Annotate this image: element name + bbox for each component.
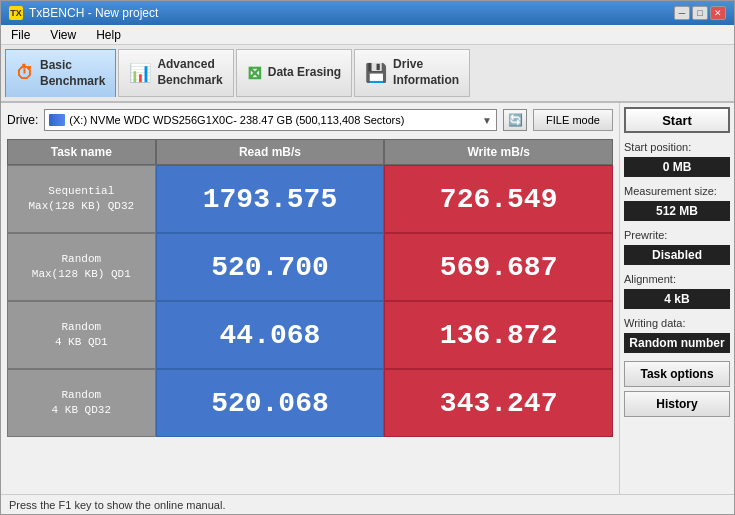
task-name-cell: Random4 KB QD32 xyxy=(7,369,156,437)
prewrite-value: Disabled xyxy=(624,245,730,265)
table-row: SequentialMax(128 KB) QD321793.575726.54… xyxy=(7,165,613,233)
col-header-task: Task name xyxy=(7,139,156,165)
file-mode-label: FILE mode xyxy=(546,114,600,126)
left-panel: Drive: (X:) NVMe WDC WDS256G1X0C- 238.47… xyxy=(1,103,619,494)
alignment-value: 4 kB xyxy=(624,289,730,309)
menu-help[interactable]: Help xyxy=(90,27,127,43)
drive-information-icon: 💾 xyxy=(365,62,387,84)
file-mode-button[interactable]: FILE mode xyxy=(533,109,613,131)
window-title: TxBENCH - New project xyxy=(29,6,158,20)
right-panel: Start Start position: 0 MB Measurement s… xyxy=(619,103,734,494)
dropdown-arrow-icon: ▼ xyxy=(482,115,492,126)
read-value-cell: 520.068 xyxy=(156,369,385,437)
start-button[interactable]: Start xyxy=(624,107,730,133)
start-position-label: Start position: xyxy=(624,141,730,153)
writing-data-label: Writing data: xyxy=(624,317,730,329)
drive-information-label: DriveInformation xyxy=(393,57,459,88)
tab-basic-benchmark[interactable]: ⏱ BasicBenchmark xyxy=(5,49,116,97)
title-bar-left: TX TxBENCH - New project xyxy=(9,6,158,20)
basic-benchmark-label: BasicBenchmark xyxy=(40,58,105,89)
app-icon: TX xyxy=(9,6,23,20)
status-bar: Press the F1 key to show the online manu… xyxy=(1,494,734,514)
advanced-benchmark-icon: 📊 xyxy=(129,62,151,84)
maximize-button[interactable]: □ xyxy=(692,6,708,20)
close-button[interactable]: ✕ xyxy=(710,6,726,20)
read-value-cell: 44.068 xyxy=(156,301,385,369)
read-value-cell: 1793.575 xyxy=(156,165,385,233)
task-name-cell: Random4 KB QD1 xyxy=(7,301,156,369)
drive-refresh-button[interactable]: 🔄 xyxy=(503,109,527,131)
drive-row: Drive: (X:) NVMe WDC WDS256G1X0C- 238.47… xyxy=(7,109,613,131)
task-name-cell: RandomMax(128 KB) QD1 xyxy=(7,233,156,301)
toolbar: ⏱ BasicBenchmark 📊 AdvancedBenchmark ⊠ D… xyxy=(1,45,734,103)
table-row: Random4 KB QD32520.068343.247 xyxy=(7,369,613,437)
prewrite-label: Prewrite: xyxy=(624,229,730,241)
history-button[interactable]: History xyxy=(624,391,730,417)
tab-data-erasing[interactable]: ⊠ Data Erasing xyxy=(236,49,352,97)
writing-data-value: Random number xyxy=(624,333,730,353)
menu-bar: File View Help xyxy=(1,25,734,45)
measurement-size-label: Measurement size: xyxy=(624,185,730,197)
tab-advanced-benchmark[interactable]: 📊 AdvancedBenchmark xyxy=(118,49,233,97)
drive-icon xyxy=(49,114,65,126)
tab-drive-information[interactable]: 💾 DriveInformation xyxy=(354,49,470,97)
task-options-button[interactable]: Task options xyxy=(624,361,730,387)
menu-file[interactable]: File xyxy=(5,27,36,43)
drive-dropdown[interactable]: (X:) NVMe WDC WDS256G1X0C- 238.47 GB (50… xyxy=(44,109,497,131)
alignment-label: Alignment: xyxy=(624,273,730,285)
drive-label: Drive: xyxy=(7,113,38,127)
write-value-cell: 343.247 xyxy=(384,369,613,437)
col-header-read: Read mB/s xyxy=(156,139,385,165)
write-value-cell: 726.549 xyxy=(384,165,613,233)
table-row: RandomMax(128 KB) QD1520.700569.687 xyxy=(7,233,613,301)
status-text: Press the F1 key to show the online manu… xyxy=(9,499,225,511)
read-value-cell: 520.700 xyxy=(156,233,385,301)
start-position-value: 0 MB xyxy=(624,157,730,177)
col-header-write: Write mB/s xyxy=(384,139,613,165)
drive-select-content: (X:) NVMe WDC WDS256G1X0C- 238.47 GB (50… xyxy=(49,114,404,126)
data-erasing-label: Data Erasing xyxy=(268,65,341,81)
minimize-button[interactable]: ─ xyxy=(674,6,690,20)
main-content: Drive: (X:) NVMe WDC WDS256G1X0C- 238.47… xyxy=(1,103,734,494)
task-name-cell: SequentialMax(128 KB) QD32 xyxy=(7,165,156,233)
window-controls: ─ □ ✕ xyxy=(674,6,726,20)
advanced-benchmark-label: AdvancedBenchmark xyxy=(157,57,222,88)
write-value-cell: 569.687 xyxy=(384,233,613,301)
data-erasing-icon: ⊠ xyxy=(247,62,262,84)
table-row: Random4 KB QD144.068136.872 xyxy=(7,301,613,369)
main-window: TX TxBENCH - New project ─ □ ✕ File View… xyxy=(0,0,735,515)
basic-benchmark-icon: ⏱ xyxy=(16,63,34,84)
title-bar: TX TxBENCH - New project ─ □ ✕ xyxy=(1,1,734,25)
write-value-cell: 136.872 xyxy=(384,301,613,369)
menu-view[interactable]: View xyxy=(44,27,82,43)
results-table: Task name Read mB/s Write mB/s Sequentia… xyxy=(7,139,613,437)
drive-selected-text: (X:) NVMe WDC WDS256G1X0C- 238.47 GB (50… xyxy=(69,114,404,126)
measurement-size-value: 512 MB xyxy=(624,201,730,221)
